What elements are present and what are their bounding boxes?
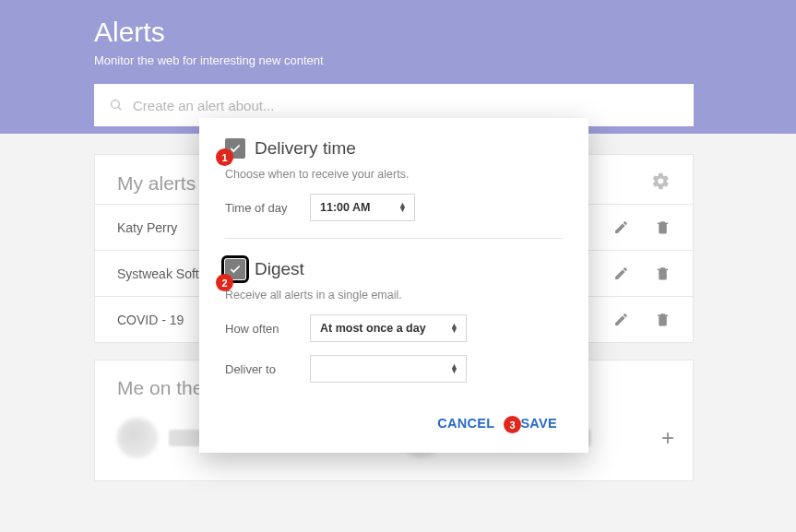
svg-point-0 bbox=[112, 100, 120, 109]
svg-line-1 bbox=[118, 107, 121, 110]
digest-title: Digest bbox=[255, 259, 304, 279]
page-title: Alerts bbox=[94, 17, 694, 48]
trash-icon[interactable] bbox=[655, 266, 671, 281]
page-subtitle: Monitor the web for interesting new cont… bbox=[94, 53, 694, 67]
callout-badge-3: 3 bbox=[504, 416, 521, 433]
me-heading: Me on the bbox=[117, 377, 203, 399]
avatar bbox=[117, 418, 158, 458]
delivery-time-section: Delivery time Choose when to receive you… bbox=[199, 118, 588, 238]
updown-icon: ▲▼ bbox=[398, 203, 407, 212]
my-alerts-heading: My alerts bbox=[117, 172, 196, 195]
delivery-time-desc: Choose when to receive your alerts. bbox=[225, 168, 563, 181]
alert-name: Katy Perry bbox=[117, 220, 177, 235]
trash-icon[interactable] bbox=[655, 312, 671, 327]
updown-icon: ▲▼ bbox=[450, 364, 458, 373]
pencil-icon[interactable] bbox=[613, 312, 629, 327]
hero-banner: Alerts Monitor the web for interesting n… bbox=[0, 0, 796, 134]
plus-icon[interactable]: + bbox=[661, 425, 674, 451]
save-button[interactable]: SAVE bbox=[520, 416, 557, 431]
trash-icon[interactable] bbox=[655, 219, 671, 235]
search-icon bbox=[109, 98, 124, 112]
time-of-day-value: 11:00 AM bbox=[320, 201, 370, 214]
how-often-value: At most once a day bbox=[320, 322, 426, 335]
callout-badge-2: 2 bbox=[216, 274, 233, 291]
updown-icon: ▲▼ bbox=[450, 324, 458, 333]
delivery-time-title: Delivery time bbox=[255, 138, 356, 159]
how-often-select[interactable]: At most once a day ▲▼ bbox=[310, 314, 467, 342]
time-of-day-select[interactable]: 11:00 AM ▲▼ bbox=[310, 194, 415, 221]
time-of-day-label: Time of day bbox=[225, 201, 293, 215]
settings-dialog: Delivery time Choose when to receive you… bbox=[199, 118, 588, 453]
gear-icon[interactable] bbox=[651, 171, 671, 195]
pencil-icon[interactable] bbox=[613, 266, 629, 281]
digest-section: Digest Receive all alerts in a single em… bbox=[199, 239, 588, 399]
alert-name: COVID - 19 bbox=[117, 313, 184, 327]
deliver-to-select[interactable]: ▲▼ bbox=[310, 355, 467, 383]
deliver-to-label: Deliver to bbox=[225, 362, 293, 376]
how-often-label: How often bbox=[225, 322, 293, 336]
callout-badge-1: 1 bbox=[216, 148, 233, 166]
cancel-button[interactable]: CANCEL bbox=[437, 416, 494, 431]
pencil-icon[interactable] bbox=[613, 219, 629, 235]
search-input[interactable] bbox=[124, 98, 679, 113]
digest-desc: Receive all alerts in a single email. bbox=[225, 289, 563, 301]
